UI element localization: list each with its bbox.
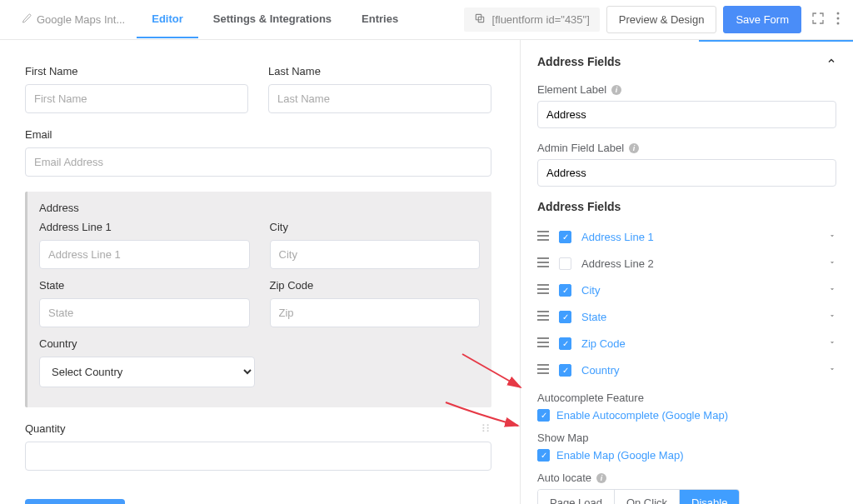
chevron-up-icon xyxy=(826,55,836,68)
submit-button[interactable]: Submit Form xyxy=(25,499,125,504)
show-map-checkbox[interactable]: ✓ xyxy=(537,449,550,462)
svg-point-4 xyxy=(837,22,840,25)
svg-rect-7 xyxy=(483,427,485,429)
address-title: Address xyxy=(39,202,480,214)
address-line1-input[interactable] xyxy=(39,240,250,269)
svg-rect-16 xyxy=(537,266,549,267)
svg-rect-21 xyxy=(537,315,549,317)
field-name-label[interactable]: Address Line 2 xyxy=(581,257,818,270)
field-name-label[interactable]: State xyxy=(581,311,818,323)
email-label: Email xyxy=(25,128,491,141)
fields-section-title: Address Fields xyxy=(537,200,836,213)
admin-label-input[interactable] xyxy=(537,159,836,187)
fullscreen-icon[interactable] xyxy=(808,8,828,31)
shortcode-display[interactable]: [fluentform id="435"] xyxy=(464,7,600,32)
email-input[interactable] xyxy=(25,147,491,177)
info-icon[interactable]: i xyxy=(596,473,606,483)
auto-locate-on-click[interactable]: On Click xyxy=(615,490,680,504)
svg-rect-27 xyxy=(537,368,549,370)
field-checkbox[interactable]: ✓ xyxy=(559,284,571,297)
tab-editor[interactable]: Editor xyxy=(137,1,198,38)
auto-locate-page-load[interactable]: Page Load xyxy=(538,490,615,504)
field-checkbox[interactable]: ✓ xyxy=(559,337,571,350)
zip-input[interactable] xyxy=(270,298,481,327)
svg-rect-22 xyxy=(537,319,549,321)
svg-rect-8 xyxy=(487,427,489,429)
more-icon[interactable] xyxy=(833,8,843,31)
svg-rect-10 xyxy=(487,430,489,432)
field-checkbox[interactable]: ✓ xyxy=(559,231,571,243)
drag-handle-icon[interactable] xyxy=(537,257,549,270)
drag-handle-icon[interactable] xyxy=(537,310,549,323)
svg-rect-19 xyxy=(537,292,549,294)
save-form-button[interactable]: Save Form xyxy=(723,6,801,33)
settings-sidebar: Address Fields Element Label i Admin Fie… xyxy=(520,40,853,504)
copy-icon xyxy=(474,12,486,27)
city-label: City xyxy=(270,221,481,233)
info-icon[interactable]: i xyxy=(629,143,639,153)
first-name-input[interactable] xyxy=(25,84,248,113)
autocomplete-title: Autocomplete Feature xyxy=(537,392,836,404)
drag-icon[interactable] xyxy=(480,422,491,437)
svg-rect-11 xyxy=(537,231,549,232)
first-name-label: First Name xyxy=(25,65,248,77)
chevron-down-icon[interactable] xyxy=(828,312,836,322)
svg-rect-26 xyxy=(537,364,549,366)
chevron-down-icon[interactable] xyxy=(828,232,836,242)
drag-handle-icon[interactable] xyxy=(537,337,549,350)
drag-handle-icon[interactable] xyxy=(537,230,549,243)
field-name-label[interactable]: Address Line 1 xyxy=(581,231,818,243)
state-label: State xyxy=(39,279,250,292)
svg-point-2 xyxy=(837,12,840,15)
auto-locate-title: Auto locate i xyxy=(537,472,836,484)
field-item: ✓ Zip Code xyxy=(537,330,836,357)
state-input[interactable] xyxy=(39,298,250,327)
svg-rect-20 xyxy=(537,311,549,312)
form-canvas: First Name Last Name Email Address xyxy=(0,40,520,504)
auto-locate-disable[interactable]: Disable xyxy=(680,490,739,504)
last-name-input[interactable] xyxy=(268,84,491,113)
tab-settings[interactable]: Settings & Integrations xyxy=(198,1,347,38)
tab-entries[interactable]: Entries xyxy=(347,1,413,38)
autocomplete-checkbox[interactable]: ✓ xyxy=(537,409,550,422)
chevron-down-icon[interactable] xyxy=(828,365,836,375)
svg-rect-6 xyxy=(487,424,489,426)
panel-title: Address Fields xyxy=(537,55,621,68)
info-icon[interactable]: i xyxy=(611,85,621,95)
svg-rect-18 xyxy=(537,288,549,290)
admin-label-text: Admin Field Label i xyxy=(537,142,836,154)
country-select[interactable]: Select Country xyxy=(39,357,255,387)
preview-design-button[interactable]: Preview & Design xyxy=(606,6,717,33)
field-item: ✓ State xyxy=(537,303,836,330)
show-map-label[interactable]: Enable Map (Google Map) xyxy=(556,449,683,462)
svg-rect-17 xyxy=(537,284,549,286)
svg-point-3 xyxy=(837,17,840,20)
field-checkbox[interactable]: ✓ xyxy=(559,311,571,323)
chevron-down-icon[interactable] xyxy=(828,338,836,348)
chevron-down-icon[interactable] xyxy=(828,258,836,268)
svg-rect-28 xyxy=(537,372,549,374)
city-input[interactable] xyxy=(270,240,481,269)
address-block[interactable]: Address Address Line 1 City St xyxy=(25,192,491,407)
auto-locate-group: Page Load On Click Disable xyxy=(537,489,740,504)
drag-handle-icon[interactable] xyxy=(537,363,549,377)
field-name-label[interactable]: Country xyxy=(581,364,818,377)
last-name-label: Last Name xyxy=(268,65,491,77)
field-checkbox[interactable]: ✓ xyxy=(559,364,571,377)
quantity-input[interactable] xyxy=(25,442,491,471)
address-line1-label: Address Line 1 xyxy=(39,221,250,233)
quantity-label: Quantity xyxy=(25,422,491,435)
country-label: Country xyxy=(39,337,255,350)
chevron-down-icon[interactable] xyxy=(828,285,836,295)
field-name-label[interactable]: City xyxy=(581,284,818,297)
field-item: ✓ City xyxy=(537,277,836,303)
drag-handle-icon[interactable] xyxy=(537,283,549,297)
svg-rect-25 xyxy=(537,346,549,347)
svg-rect-15 xyxy=(537,262,549,263)
svg-rect-24 xyxy=(537,342,549,343)
element-label-input[interactable] xyxy=(537,101,836,128)
nav-tabs: Editor Settings & Integrations Entries xyxy=(137,1,413,38)
field-name-label[interactable]: Zip Code xyxy=(581,337,818,350)
field-checkbox[interactable] xyxy=(559,257,571,270)
autocomplete-label[interactable]: Enable Autocomplete (Google Map) xyxy=(556,409,728,422)
